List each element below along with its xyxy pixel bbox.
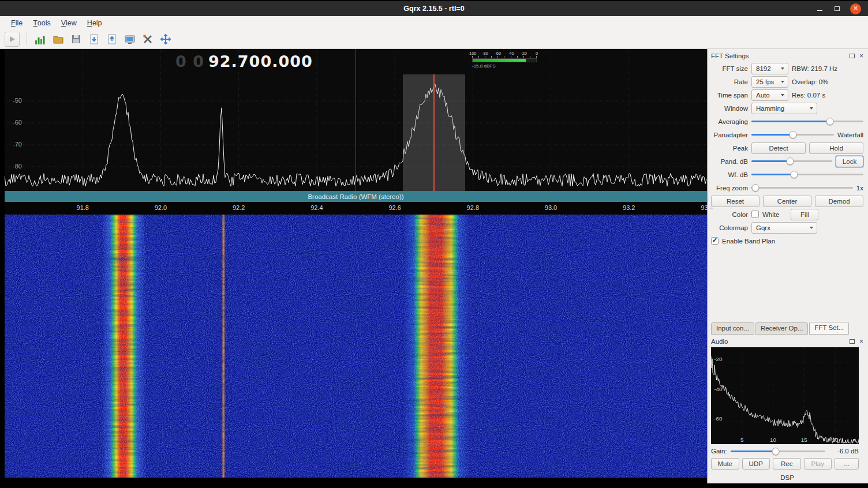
- meter-scale-label: -40: [508, 51, 514, 56]
- close-dock-icon[interactable]: [859, 338, 863, 345]
- pandapter-db-slider[interactable]: [751, 156, 832, 166]
- waterfall-db-slider[interactable]: [751, 170, 863, 179]
- fft-size-select[interactable]: 8192: [751, 63, 788, 74]
- overlap-value: Overlap: 0%: [792, 78, 828, 85]
- toolbar-separator: [27, 33, 27, 46]
- meter-ticks: [472, 56, 537, 58]
- audio-gain-slider[interactable]: [731, 446, 826, 456]
- filter-passband-overlay[interactable]: [403, 74, 465, 191]
- remote-display-icon[interactable]: [124, 33, 136, 46]
- averaging-label: Averaging: [711, 118, 748, 125]
- pand-db-label: Pand. dB: [711, 158, 748, 165]
- freq-axis-label: 91.8: [77, 204, 89, 211]
- restore-button[interactable]: [833, 3, 841, 14]
- slider-handle[interactable]: [752, 184, 760, 192]
- float-dock-icon[interactable]: [850, 54, 855, 58]
- start-dsp-button[interactable]: [5, 32, 20, 47]
- minimize-button[interactable]: [815, 3, 824, 14]
- svg-text:15: 15: [801, 437, 807, 443]
- audio-spectrum: -20-40-605101520: [711, 347, 859, 444]
- lock-button[interactable]: Lock: [836, 156, 863, 167]
- reset-button[interactable]: Reset: [711, 196, 760, 207]
- menu-help[interactable]: Help: [82, 16, 107, 30]
- meter-scale-label: -100: [467, 51, 476, 56]
- close-button[interactable]: [850, 3, 861, 14]
- play-button[interactable]: Play: [804, 458, 832, 470]
- colormap-select[interactable]: Gqrx: [751, 222, 817, 234]
- db-axis-label: -70: [13, 141, 22, 148]
- slider-handle[interactable]: [772, 448, 780, 455]
- frequency-value: 92.700.000: [208, 52, 313, 70]
- udp-button[interactable]: UDP: [742, 458, 770, 470]
- slider-handle[interactable]: [826, 118, 833, 125]
- freq-axis-label: 92.6: [388, 204, 401, 211]
- peak-detect-button[interactable]: Detect: [751, 142, 806, 154]
- freq-zoom-label: Freq zoom: [711, 185, 748, 192]
- chevron-down-icon: [781, 67, 784, 70]
- freq-axis-label: 92.8: [467, 204, 479, 211]
- rbw-value: RBW: 219.7 Hz: [792, 65, 837, 72]
- bandplan-bar[interactable]: Broadcast Radio (WFM (stereo)): [5, 191, 707, 202]
- enable-band-plan-checkbox[interactable]: [711, 237, 719, 245]
- window-label: Window: [711, 105, 748, 112]
- averaging-slider[interactable]: [751, 117, 863, 126]
- frequency-axis[interactable]: 91.892.092.292.492.692.893.093.293.4: [5, 202, 707, 215]
- slider-handle[interactable]: [789, 131, 796, 138]
- chevron-down-icon: [781, 94, 784, 96]
- tab-fft-settings[interactable]: FFT Set...: [809, 322, 849, 335]
- tab-receiver-options[interactable]: Receiver Op...: [755, 322, 809, 335]
- svg-text:-20: -20: [714, 356, 722, 362]
- freq-zoom-slider[interactable]: [751, 183, 853, 193]
- slider-handle[interactable]: [790, 171, 798, 178]
- peak-hold-button[interactable]: Hold: [809, 142, 863, 154]
- save-file-icon[interactable]: [70, 33, 83, 46]
- enable-band-plan-label: Enable Band Plan: [722, 238, 775, 245]
- right-dock: FFT Settings FFT size 8192 RBW: 219.7 Hz…: [707, 49, 868, 483]
- open-folder-icon[interactable]: [52, 33, 65, 46]
- window-select[interactable]: Hamming: [751, 103, 817, 114]
- menu-view[interactable]: View: [56, 16, 82, 30]
- frequency-display[interactable]: 0 092.700.000: [175, 49, 313, 73]
- db-axis-label: -80: [13, 163, 22, 170]
- panadapter-label: Panadapter: [711, 132, 748, 138]
- rate-select[interactable]: 25 fps: [751, 76, 788, 88]
- more-options-button[interactable]: ...: [835, 458, 859, 470]
- export-document-icon[interactable]: [88, 33, 100, 46]
- white-checkbox[interactable]: [751, 211, 759, 218]
- menu-tools[interactable]: Tools: [28, 16, 56, 30]
- color-label: Color: [711, 211, 748, 218]
- fit-width-icon[interactable]: [159, 33, 172, 46]
- pandapter-spectrum[interactable]: 0 092.700.000 -50-60-70-80 -100-80-60-40…: [5, 49, 707, 191]
- db-axis-label: -50: [13, 97, 22, 104]
- io-config-tools-icon[interactable]: [141, 33, 154, 46]
- menu-file[interactable]: File: [6, 16, 28, 30]
- waterfall[interactable]: [5, 215, 707, 478]
- mute-button[interactable]: Mute: [711, 458, 739, 470]
- dock-tabbar: Input con... Receiver Op... FFT Set...: [711, 321, 863, 335]
- meter-scale: -100-80-60-40-200: [472, 51, 537, 56]
- chevron-down-icon: [810, 227, 813, 229]
- meter-bar: [472, 58, 537, 62]
- slider-handle[interactable]: [787, 157, 794, 165]
- fill-button[interactable]: Fill: [791, 209, 818, 220]
- meter-fill: [473, 59, 526, 62]
- import-document-icon[interactable]: [106, 33, 118, 46]
- spectrum-tool-icon[interactable]: [34, 33, 47, 46]
- res-value: Res: 0.07 s: [792, 92, 825, 99]
- meter-scale-label: 0: [536, 51, 538, 56]
- window-bottom-edge: [0, 483, 868, 488]
- audio-fft-plot: -20-40-605101520: [711, 347, 859, 444]
- close-dock-icon[interactable]: [859, 52, 863, 59]
- titlebar[interactable]: Gqrx 2.15.5 - rtl=0: [0, 0, 868, 16]
- tuning-line[interactable]: [433, 74, 435, 191]
- panadapter-split-slider[interactable]: [751, 130, 834, 140]
- tab-input-controls[interactable]: Input con...: [711, 322, 754, 335]
- rec-button[interactable]: Rec: [773, 458, 801, 470]
- time-span-label: Time span: [711, 92, 748, 99]
- svg-text:20: 20: [832, 437, 839, 443]
- float-dock-icon[interactable]: [850, 339, 855, 344]
- demod-button[interactable]: Demod: [815, 196, 863, 207]
- fft-size-label: FFT size: [711, 65, 748, 72]
- time-span-select[interactable]: Auto: [751, 89, 788, 101]
- center-button[interactable]: Center: [763, 196, 811, 207]
